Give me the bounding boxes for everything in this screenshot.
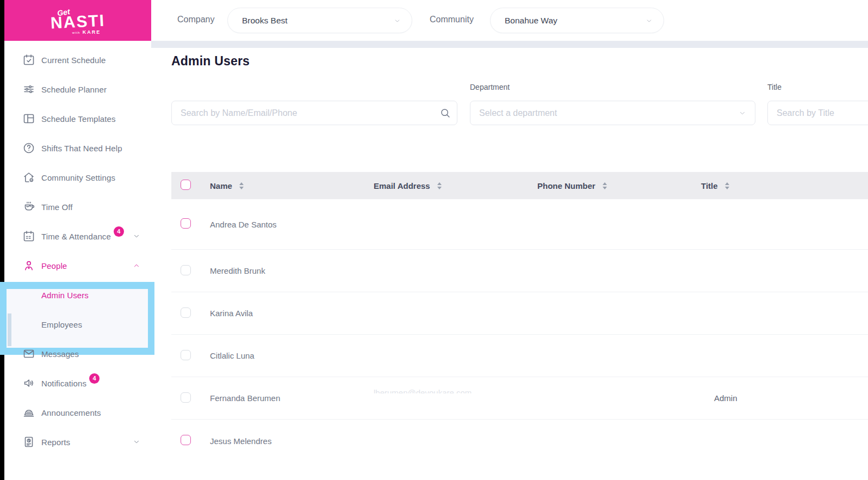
company-select[interactable]: Brooks Best [227, 8, 412, 33]
sidebar-item-label: Community Settings [41, 173, 115, 182]
table-row[interactable]: Karina Avila [171, 292, 868, 335]
sidebar-item-announcements[interactable]: Announcements [4, 398, 151, 427]
sidebar-item-label: Notifications [41, 379, 86, 388]
cell-name: Andrea De Santos [210, 220, 374, 229]
sidebar-item-current-schedule[interactable]: Current Schedule [4, 45, 151, 75]
department-select-placeholder: Select a department [479, 108, 557, 118]
sidebar-item-people[interactable]: People [4, 251, 151, 280]
chevron-down-icon [646, 17, 653, 24]
sidebar-item-label: Schedule Templates [41, 114, 116, 124]
sidebar-item-label: Messages [41, 349, 79, 359]
faded-email-text: lberumen@devoukare.com [374, 388, 472, 397]
cell-email: lberumen@devoukare.com [374, 393, 537, 403]
company-label: Company [177, 15, 214, 24]
topbar: Company Brooks Best Community Bonahue Wa… [151, 0, 868, 41]
sidebar-item-label: Reports [41, 438, 70, 447]
admin-users-table: Name Email Address Phone Number Title [171, 172, 868, 462]
sidebar-item-label: People [41, 261, 67, 270]
table-header-row: Name Email Address Phone Number Title [171, 172, 868, 199]
content-area: Admin Users Department Select a departme… [151, 48, 868, 480]
table-row[interactable]: Meredith Brunk [171, 250, 868, 292]
column-header-label: Name [210, 181, 232, 190]
sort-icon[interactable] [437, 182, 442, 189]
speaker-icon [22, 377, 35, 390]
sort-icon[interactable] [725, 182, 729, 189]
sidebar-item-label: Shifts That Need Help [41, 144, 122, 153]
brand-logo-sub-small: with [72, 31, 80, 34]
sidebar-item-label: Current Schedule [41, 56, 106, 65]
sidebar-item-community-settings[interactable]: Community Settings [4, 163, 151, 192]
coffee-cup-icon [22, 200, 35, 213]
sidebar-item-label: Schedule Planner [41, 85, 107, 94]
screen-left-edge [0, 0, 4, 480]
page-title: Admin Users [171, 54, 250, 69]
person-icon [22, 259, 35, 272]
sort-icon[interactable] [239, 182, 244, 189]
search-input[interactable] [171, 101, 457, 125]
calendar-icon [22, 230, 35, 243]
cell-title: Admin [701, 393, 868, 403]
sidebar-item-time-off[interactable]: Time Off [4, 192, 151, 221]
report-icon [22, 435, 35, 448]
table-row[interactable]: Citlalic Luna [171, 335, 868, 377]
sidebar-item-label: Employees [41, 320, 82, 329]
sidebar-item-admin-users[interactable]: Admin Users [4, 280, 151, 310]
table-row[interactable]: Fernanda Berumen lberumen@devoukare.com … [171, 377, 868, 420]
brand-logo-main: NASTI [50, 13, 105, 30]
cell-name: Jesus Melendres [210, 436, 374, 446]
sidebar-item-employees[interactable]: Employees [4, 310, 151, 339]
row-checkbox[interactable] [181, 350, 191, 360]
chevron-up-icon [133, 262, 140, 269]
notifications-badge: 4 [89, 373, 100, 384]
table-row[interactable]: Jesus Melendres [171, 420, 868, 462]
sidebar-item-label: Announcements [41, 408, 101, 417]
layout-icon [22, 112, 35, 125]
row-checkbox[interactable] [181, 265, 191, 275]
page-background-band [151, 41, 868, 48]
select-all-checkbox[interactable] [181, 180, 191, 190]
sidebar-item-label: Time & Attendance [41, 232, 111, 241]
column-header-label: Email Address [374, 181, 430, 190]
column-header-title[interactable]: Title [701, 181, 868, 190]
chevron-down-icon [739, 109, 746, 117]
row-checkbox[interactable] [181, 218, 191, 229]
department-select[interactable]: Select a department [470, 101, 755, 125]
brand-logo[interactable]: Get NASTI with KARE [4, 0, 151, 41]
cell-name: Citlalic Luna [210, 351, 374, 360]
search-icon [439, 107, 451, 119]
company-select-value: Brooks Best [242, 16, 288, 26]
sort-icon[interactable] [603, 182, 607, 189]
chevron-down-icon [133, 232, 140, 240]
calendar-check-icon [22, 53, 35, 66]
mail-icon [22, 347, 35, 360]
sidebar-item-schedule-templates[interactable]: Schedule Templates [4, 104, 151, 133]
brand-logo-sub: with KARE [72, 29, 101, 35]
sidebar-item-label: Admin Users [41, 291, 89, 300]
column-header-label: Title [701, 181, 718, 190]
sidebar-item-schedule-planner[interactable]: Schedule Planner [4, 75, 151, 104]
column-header-phone[interactable]: Phone Number [537, 181, 701, 190]
cell-name: Meredith Brunk [210, 266, 374, 275]
community-select-value: Bonahue Way [505, 16, 557, 26]
table-row[interactable]: Andrea De Santos [171, 199, 868, 250]
main-area: Company Brooks Best Community Bonahue Wa… [151, 0, 868, 480]
chevron-down-icon [394, 17, 401, 24]
row-checkbox[interactable] [181, 392, 191, 403]
sidebar-item-shifts-that-need-help[interactable]: Shifts That Need Help [4, 133, 151, 163]
column-header-name[interactable]: Name [210, 181, 374, 190]
row-checkbox[interactable] [181, 435, 191, 445]
column-header-email[interactable]: Email Address [374, 181, 537, 190]
sidebar-item-label: Time Off [41, 202, 72, 212]
row-checkbox[interactable] [181, 307, 191, 318]
sidebar-item-time-attendance[interactable]: Time & Attendance 4 [4, 221, 151, 251]
title-search-input[interactable] [767, 101, 868, 125]
chevron-down-icon [133, 438, 140, 446]
sidebar-item-reports[interactable]: Reports [4, 427, 151, 457]
community-select[interactable]: Bonahue Way [490, 8, 664, 33]
sliders-icon [22, 83, 35, 96]
sidebar-item-messages[interactable]: Messages [4, 339, 151, 368]
sidebar-nav: Current Schedule Schedule Planner Schedu… [4, 41, 151, 457]
cell-name: Karina Avila [210, 309, 374, 318]
help-circle-icon [22, 141, 35, 155]
sidebar-item-notifications[interactable]: Notifications 4 [4, 368, 151, 398]
